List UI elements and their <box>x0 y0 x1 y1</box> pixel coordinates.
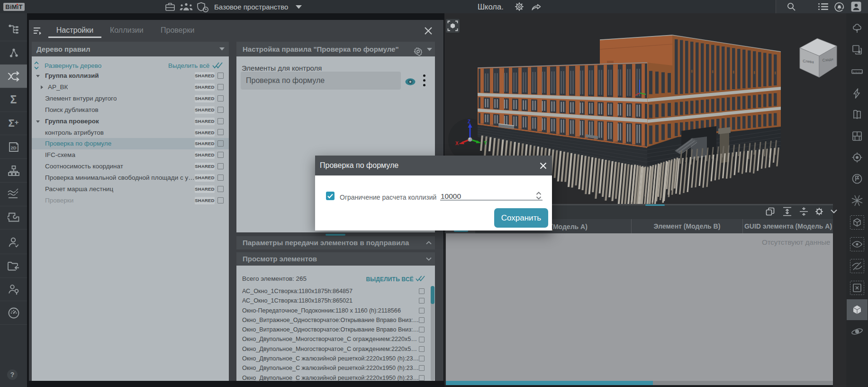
svg-text:Z: Z <box>468 119 470 124</box>
svg-text:X: X <box>455 141 459 146</box>
svg-text:Y: Y <box>484 140 487 146</box>
svg-text:2D: 2D <box>10 145 16 150</box>
